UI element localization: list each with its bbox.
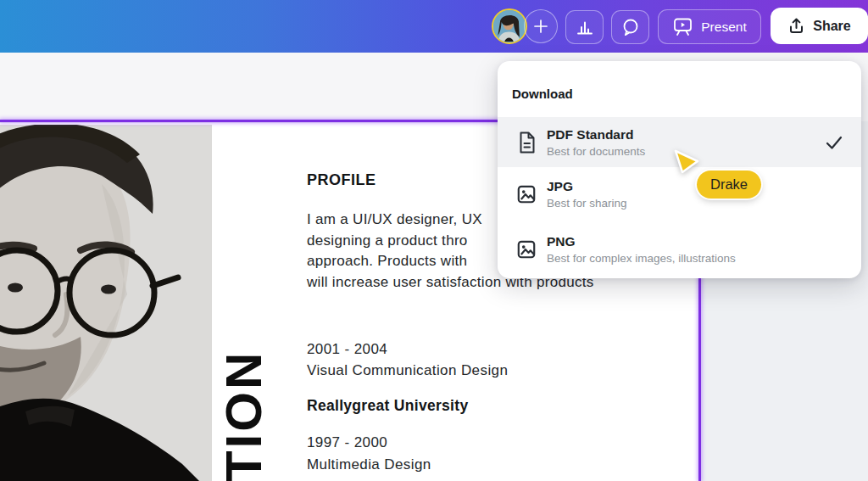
checkmark-icon [824, 132, 844, 153]
profile-paragraph-line[interactable]: approach. Products with [307, 253, 467, 270]
education-program[interactable]: Visual Communication Design [307, 362, 508, 379]
education-program[interactable]: Multimedia Design [307, 456, 431, 473]
option-name: JPG [547, 179, 627, 194]
education-years[interactable]: 1997 - 2000 [307, 434, 387, 451]
present-label: Present [701, 20, 746, 35]
pdf-file-icon [515, 130, 537, 155]
option-description: Best for complex images, illustrations [547, 252, 736, 265]
account-avatar[interactable] [492, 8, 527, 44]
profile-paragraph-line[interactable]: I am a UI/UX designer, UX [307, 211, 482, 228]
profile-paragraph-line[interactable]: designing a product thro [307, 232, 468, 249]
editor-header: Present Share [0, 0, 868, 53]
bar-chart-icon [575, 17, 595, 37]
collaborator-cursor: Drake [670, 144, 704, 178]
education-years[interactable]: 2001 - 2004 [307, 341, 387, 358]
comment-bubble-icon [620, 17, 641, 37]
portrait-photo[interactable] [0, 125, 212, 481]
profile-heading[interactable]: PROFILE [307, 171, 376, 189]
present-screen-icon [672, 16, 693, 37]
option-name: PDF Standard [547, 127, 645, 143]
share-upload-icon [787, 17, 805, 35]
comments-button[interactable] [611, 10, 649, 44]
present-button[interactable]: Present [658, 9, 761, 44]
menu-item-png[interactable]: PNG Best for complex images, illustratio… [498, 221, 861, 278]
insights-button[interactable] [565, 10, 604, 44]
option-description: Best for documents [547, 145, 645, 158]
share-button[interactable]: Share [771, 8, 868, 44]
education-school[interactable]: Reallygreat University [307, 397, 468, 415]
collaborator-name-badge: Drake [697, 171, 761, 199]
download-menu-title: Download [512, 87, 573, 101]
education-heading[interactable]: EDUCATION [219, 350, 270, 481]
option-description: Best for sharing [547, 197, 627, 210]
add-member-button[interactable] [524, 9, 558, 43]
pointer-arrow-icon [670, 144, 704, 178]
avatar-image [493, 10, 525, 42]
image-icon [515, 183, 537, 205]
share-label: Share [813, 19, 850, 34]
option-name: PNG [547, 234, 736, 249]
canva-editor-window: EDUCATION PROFILE I am a UI/UX designer,… [0, 0, 868, 481]
plus-icon [531, 17, 550, 36]
image-icon [515, 238, 537, 260]
